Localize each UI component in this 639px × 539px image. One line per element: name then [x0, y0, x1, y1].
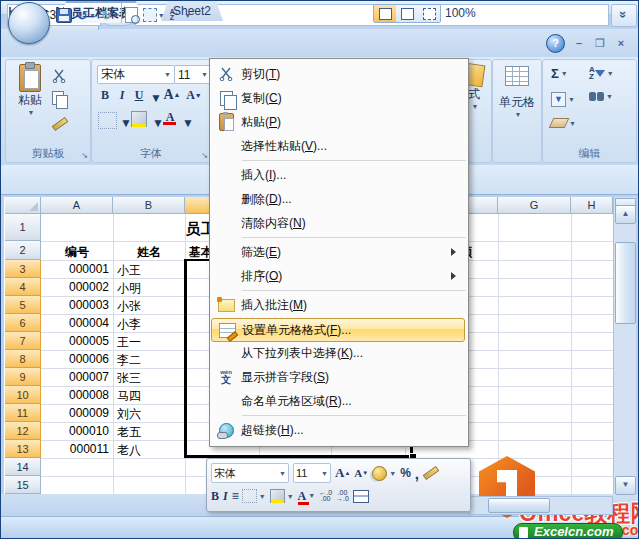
- cell-id-3[interactable]: 000001: [41, 262, 109, 276]
- find-select-button[interactable]: ▼: [589, 92, 613, 101]
- help-button[interactable]: ?: [546, 34, 565, 53]
- cell-name-12[interactable]: 老五: [117, 424, 141, 441]
- row-header-12[interactable]: 12: [5, 422, 41, 440]
- cell-id-6[interactable]: 000004: [41, 316, 109, 330]
- undo-button[interactable]: ↺▼: [76, 6, 97, 24]
- cell-id-4[interactable]: 000002: [41, 280, 109, 294]
- cell-name-9[interactable]: 张三: [117, 370, 141, 387]
- format-painter-button[interactable]: [52, 114, 86, 134]
- cell-id-11[interactable]: 000009: [41, 406, 109, 420]
- fill-button[interactable]: ▼▼: [551, 92, 575, 107]
- menu-item-cut[interactable]: 剪切(T): [211, 62, 465, 86]
- menu-item-name-range[interactable]: 命名单元格区域(R)...: [211, 389, 465, 413]
- cell-id-8[interactable]: 000006: [41, 352, 109, 366]
- row-header-6[interactable]: 6: [5, 314, 41, 332]
- fill-color-button[interactable]: [130, 110, 147, 127]
- dialog-launcher-icon[interactable]: ↘: [81, 151, 88, 160]
- borders-button[interactable]: [98, 112, 117, 129]
- workbook-restore-button[interactable]: ❐: [590, 37, 610, 50]
- grow-font-button[interactable]: A▲: [164, 87, 180, 103]
- workbook-close-button[interactable]: ×: [611, 37, 631, 50]
- mini-bold-button[interactable]: B: [211, 489, 219, 504]
- row-header-15[interactable]: 15: [5, 476, 41, 494]
- sort-ascending-button[interactable]: A↓Z: [169, 6, 180, 24]
- row-header-11[interactable]: 11: [5, 404, 41, 422]
- paste-button[interactable]: 粘贴 ▼: [12, 64, 48, 116]
- menu-item-insert-comment[interactable]: 插入批注(M): [211, 293, 465, 317]
- cell-id-7[interactable]: 000005: [41, 334, 109, 348]
- cell-id-5[interactable]: 000003: [41, 298, 109, 312]
- redo-button[interactable]: ↻▼: [100, 6, 121, 24]
- cell-name-11[interactable]: 刘六: [117, 406, 141, 423]
- cell-id-9[interactable]: 000007: [41, 370, 109, 384]
- chevron-down-icon[interactable]: ▼: [182, 116, 194, 130]
- menu-item-clear-contents[interactable]: 清除内容(N): [211, 211, 465, 235]
- menu-item-delete[interactable]: 删除(D)...: [211, 187, 465, 211]
- column-header-B[interactable]: B: [113, 197, 185, 214]
- zoom-level[interactable]: 100%: [445, 6, 476, 20]
- cell-name-5[interactable]: 小张: [117, 298, 141, 315]
- chevron-down-icon[interactable]: ▼: [150, 91, 162, 105]
- row-header-8[interactable]: 8: [5, 350, 41, 368]
- expand-formula-bar-button[interactable]: »: [611, 4, 637, 27]
- mini-increase-decimal-button[interactable]: ←.0 .00: [319, 490, 332, 502]
- mini-fill-color-button[interactable]: ▼: [270, 489, 294, 503]
- sort-filter-button[interactable]: AZ▼: [589, 66, 614, 80]
- row-header-4[interactable]: 4: [5, 278, 41, 296]
- clear-button[interactable]: ▼: [551, 118, 576, 128]
- cell-name-4[interactable]: 小明: [117, 280, 141, 297]
- row-header-14[interactable]: 14: [5, 458, 41, 476]
- vertical-scroll-thumb[interactable]: [615, 242, 636, 324]
- mini-font-color-button[interactable]: A▼: [298, 489, 316, 504]
- cell-name-10[interactable]: 马四: [117, 388, 141, 405]
- page-layout-view-button[interactable]: [396, 5, 418, 22]
- row-header-1[interactable]: 1: [5, 214, 41, 241]
- shrink-font-button[interactable]: A▼: [186, 88, 202, 103]
- scroll-up-button[interactable]: ▲: [615, 205, 636, 224]
- mini-accounting-button[interactable]: ▼: [372, 466, 396, 481]
- row-header-3[interactable]: 3: [5, 260, 41, 278]
- row-header-2[interactable]: 2: [5, 241, 41, 260]
- menu-item-paste-special[interactable]: 选择性粘贴(V)...: [211, 134, 465, 158]
- mini-decrease-decimal-button[interactable]: .00 →.0: [336, 490, 349, 502]
- menu-item-hyperlink[interactable]: 超链接(H)...: [211, 418, 465, 442]
- menu-item-format-cells[interactable]: 设置单元格格式(F)...: [211, 318, 465, 342]
- mini-format-painter-button[interactable]: [423, 470, 439, 476]
- font-color-button[interactable]: A: [162, 110, 178, 125]
- menu-item-show-phonetic[interactable]: wén文显示拼音字段(S): [211, 365, 465, 389]
- cell-name-3[interactable]: 小王: [117, 262, 141, 279]
- font-name-combo[interactable]: 宋体▼: [97, 65, 175, 84]
- menu-item-paste[interactable]: 粘贴(P): [211, 110, 465, 134]
- horizontal-scrollbar[interactable]: [469, 496, 613, 515]
- mini-comma-button[interactable]: ,: [415, 465, 419, 482]
- save-button[interactable]: [55, 6, 73, 24]
- bold-button[interactable]: B: [98, 88, 112, 103]
- row-header-5[interactable]: 5: [5, 296, 41, 314]
- horizontal-scroll-thumb[interactable]: [488, 498, 550, 513]
- column-header-G[interactable]: G: [498, 197, 571, 214]
- vertical-scrollbar[interactable]: ▲ ▼: [613, 197, 636, 494]
- normal-view-button[interactable]: [374, 5, 396, 22]
- select-all-corner[interactable]: [5, 197, 41, 214]
- cell-name-7[interactable]: 王一: [117, 334, 141, 351]
- cell-name-13[interactable]: 老八: [117, 442, 141, 459]
- autosum-button[interactable]: Σ▼: [551, 66, 568, 81]
- cell-name-8[interactable]: 李二: [117, 352, 141, 369]
- menu-item-pick-from-list[interactable]: 从下拉列表中选择(K)...: [211, 341, 465, 365]
- row-header-9[interactable]: 9: [5, 368, 41, 386]
- dialog-launcher-icon[interactable]: ↘: [201, 151, 208, 160]
- mini-shrink-font-button[interactable]: A▼: [354, 467, 368, 479]
- mini-grow-font-button[interactable]: A▲: [335, 465, 350, 481]
- mini-merge-center-button[interactable]: [353, 490, 369, 503]
- mini-borders-button[interactable]: ▼: [242, 489, 266, 503]
- cell-id-12[interactable]: 000010: [41, 424, 109, 438]
- menu-item-sort[interactable]: 排序(O): [211, 264, 465, 288]
- font-size-combo[interactable]: 11▼: [174, 65, 212, 84]
- cells-button[interactable]: 单元格 ▼: [499, 66, 535, 118]
- underline-button[interactable]: U: [132, 88, 146, 103]
- menu-item-insert[interactable]: 插入(I)...: [211, 163, 465, 187]
- mini-font-name-combo[interactable]: 宋体▼: [211, 463, 289, 483]
- scroll-down-button[interactable]: ▼: [615, 476, 636, 495]
- cell-name-6[interactable]: 小李: [117, 316, 141, 333]
- cell-id-13[interactable]: 000011: [41, 442, 109, 456]
